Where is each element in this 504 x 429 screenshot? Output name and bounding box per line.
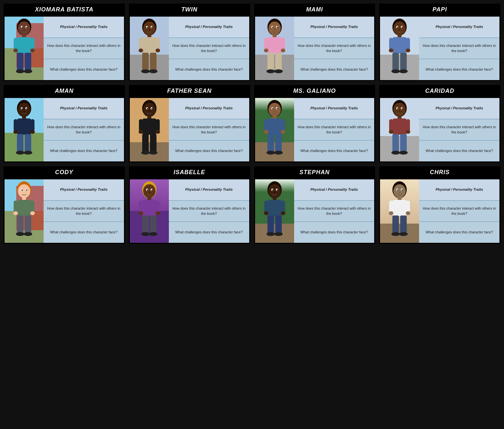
svg-rect-93 bbox=[142, 118, 157, 135]
svg-rect-196 bbox=[389, 201, 393, 213]
svg-rect-201 bbox=[400, 215, 407, 233]
interact-label: How does this character interact with ot… bbox=[172, 43, 246, 53]
svg-point-165 bbox=[156, 211, 160, 215]
svg-point-114 bbox=[281, 130, 285, 134]
svg-point-66 bbox=[391, 69, 400, 73]
svg-point-142 bbox=[23, 192, 25, 193]
interact-label: How does this character interact with ot… bbox=[422, 206, 496, 216]
svg-point-202 bbox=[391, 232, 400, 236]
svg-point-193 bbox=[399, 192, 400, 193]
svg-point-29 bbox=[156, 48, 160, 52]
card-content: Physical / Personality Traits How does t… bbox=[294, 98, 375, 161]
svg-point-152 bbox=[24, 232, 32, 236]
svg-point-22 bbox=[151, 27, 153, 28]
svg-rect-180 bbox=[281, 201, 285, 213]
svg-rect-47 bbox=[267, 53, 274, 71]
svg-point-157 bbox=[147, 189, 148, 191]
svg-point-123 bbox=[397, 108, 398, 109]
svg-point-55 bbox=[397, 27, 398, 28]
svg-rect-149 bbox=[17, 215, 23, 233]
traits-section: Physical / Personality Traits bbox=[419, 179, 499, 201]
svg-point-39 bbox=[277, 27, 278, 28]
character-card-father-sean: FATHER SEAN bbox=[128, 84, 251, 163]
challenges-label: What challenges does this character face… bbox=[426, 230, 493, 235]
svg-point-16 bbox=[24, 69, 32, 73]
svg-rect-167 bbox=[150, 215, 157, 233]
svg-point-137 bbox=[18, 184, 30, 198]
svg-point-74 bbox=[23, 110, 25, 112]
svg-point-72 bbox=[21, 108, 23, 109]
traits-label: Physical / Personality Traits bbox=[185, 24, 233, 29]
challenges-section: What challenges does this character face… bbox=[169, 222, 249, 243]
svg-rect-132 bbox=[392, 134, 399, 152]
card-content: Physical / Personality Traits How does t… bbox=[419, 98, 499, 161]
traits-label: Physical / Personality Traits bbox=[60, 106, 107, 111]
svg-point-188 bbox=[393, 184, 406, 198]
svg-point-198 bbox=[389, 211, 393, 215]
interact-label: How does this character interact with ot… bbox=[297, 43, 371, 53]
svg-rect-99 bbox=[150, 134, 157, 152]
svg-rect-44 bbox=[281, 38, 285, 50]
character-figure bbox=[380, 17, 419, 80]
svg-rect-179 bbox=[264, 201, 268, 213]
character-figure bbox=[5, 17, 44, 80]
svg-rect-110 bbox=[267, 118, 282, 135]
svg-point-35 bbox=[268, 21, 281, 35]
svg-rect-59 bbox=[392, 37, 407, 53]
card-body: Physical / Personality Traits How does t… bbox=[254, 178, 375, 244]
svg-rect-163 bbox=[156, 201, 160, 213]
character-card-twin: TWIN bbox=[128, 3, 251, 82]
svg-point-5 bbox=[26, 27, 27, 28]
challenges-section: What challenges does this character face… bbox=[419, 59, 499, 80]
character-name: TWIN bbox=[129, 4, 250, 16]
traits-section: Physical / Personality Traits bbox=[44, 98, 124, 119]
svg-point-40 bbox=[274, 29, 275, 31]
interact-label: How does this character interact with ot… bbox=[422, 125, 496, 135]
character-name: MAMI bbox=[254, 4, 375, 16]
traits-label: Physical / Personality Traits bbox=[185, 187, 233, 192]
svg-point-33 bbox=[149, 69, 157, 73]
svg-point-91 bbox=[149, 110, 150, 112]
traits-section: Physical / Personality Traits bbox=[294, 17, 375, 38]
traits-section: Physical / Personality Traits bbox=[169, 17, 249, 38]
svg-rect-31 bbox=[150, 53, 157, 71]
character-grid: XIOMARA BATISTA bbox=[3, 3, 501, 245]
card-body: Physical / Personality Traits How does t… bbox=[4, 178, 125, 244]
svg-point-164 bbox=[139, 211, 143, 215]
svg-rect-127 bbox=[392, 118, 407, 135]
character-figure bbox=[255, 98, 294, 161]
traits-section: Physical / Personality Traits bbox=[419, 98, 499, 119]
interact-section: How does this character interact with ot… bbox=[294, 38, 375, 60]
character-image bbox=[130, 17, 169, 80]
svg-rect-162 bbox=[139, 201, 143, 213]
svg-point-63 bbox=[406, 48, 410, 52]
svg-point-168 bbox=[141, 232, 150, 236]
interact-label: How does this character interact with ot… bbox=[297, 125, 371, 135]
character-card-stephan: STEPHAN bbox=[253, 165, 376, 245]
interact-section: How does this character interact with ot… bbox=[419, 119, 499, 141]
svg-rect-82 bbox=[25, 134, 31, 152]
traits-label: Physical / Personality Traits bbox=[436, 106, 483, 111]
character-card-caridad: CARIDAD bbox=[378, 84, 501, 163]
interact-section: How does this character interact with ot… bbox=[44, 119, 124, 141]
character-card-papi: PAPI bbox=[378, 3, 501, 82]
card-content: Physical / Personality Traits How does t… bbox=[294, 179, 375, 243]
card-content: Physical / Personality Traits How does t… bbox=[44, 179, 124, 243]
challenges-label: What challenges does this character face… bbox=[175, 230, 242, 235]
svg-point-90 bbox=[151, 108, 153, 109]
character-name: AMAN bbox=[4, 85, 125, 97]
card-content: Physical / Personality Traits How does t… bbox=[44, 98, 124, 161]
svg-point-147 bbox=[13, 211, 18, 215]
character-name: CHRIS bbox=[379, 166, 500, 178]
svg-point-182 bbox=[281, 211, 285, 215]
svg-point-4 bbox=[21, 27, 23, 28]
traits-section: Physical / Personality Traits bbox=[44, 17, 124, 38]
challenges-section: What challenges does this character face… bbox=[44, 59, 124, 80]
svg-rect-27 bbox=[156, 38, 160, 50]
svg-rect-150 bbox=[25, 215, 31, 233]
svg-point-97 bbox=[156, 130, 160, 134]
svg-point-159 bbox=[149, 192, 150, 193]
character-card-mami: MAMI bbox=[253, 3, 376, 82]
svg-rect-9 bbox=[14, 38, 18, 50]
traits-label: Physical / Personality Traits bbox=[436, 187, 483, 192]
